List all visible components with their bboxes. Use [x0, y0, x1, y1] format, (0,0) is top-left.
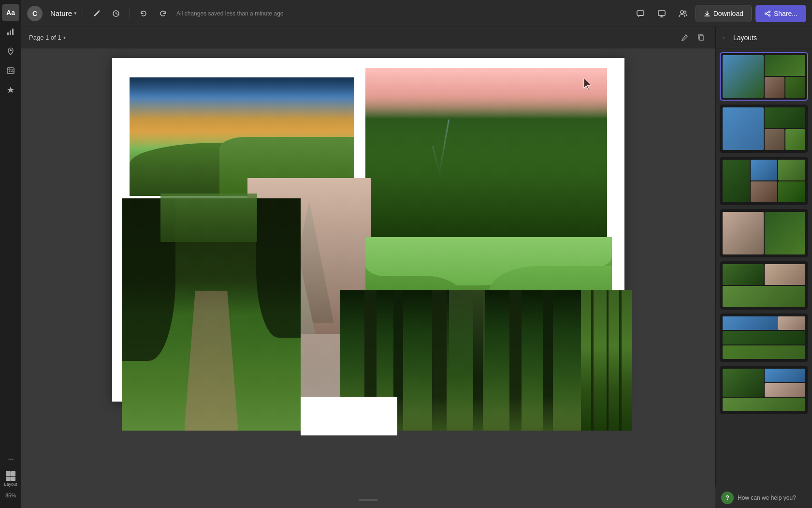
toolbar-divider-1	[83, 8, 83, 19]
svg-rect-8	[637, 11, 644, 15]
font-icon: Aa	[6, 9, 15, 16]
users-icon	[679, 9, 687, 18]
duplicate-icon	[697, 34, 705, 41]
layout-thumb-2[interactable]	[720, 105, 808, 153]
pencil-tool-button[interactable]	[89, 6, 104, 21]
main-area: C Nature ▾	[21, 0, 812, 508]
undo-button[interactable]	[136, 6, 151, 21]
share-icon	[764, 10, 771, 17]
sidebar-item-font[interactable]: Aa	[2, 4, 19, 21]
page-scroll-handle[interactable]	[359, 499, 378, 501]
layout-thumb-3[interactable]	[720, 157, 808, 205]
help-button[interactable]: ?	[721, 492, 734, 504]
left-sidebar: Aa ···	[0, 0, 21, 508]
app-logo[interactable]: C	[27, 6, 43, 21]
content-area: Page 1 of 1 ▾	[21, 27, 812, 508]
svg-rect-0	[7, 32, 9, 35]
toolbar-right: Download Share...	[632, 5, 806, 22]
layouts-panel-header: ← Layouts	[716, 27, 812, 48]
document-title[interactable]: Nature ▾	[50, 9, 77, 17]
comment-icon	[636, 9, 645, 18]
share-access-button[interactable]	[674, 5, 692, 22]
page-canvas	[112, 58, 624, 402]
page-chevron-icon: ▾	[63, 35, 66, 40]
svg-rect-2	[12, 29, 14, 35]
download-icon	[704, 10, 710, 17]
page-toolbar: Page 1 of 1 ▾	[21, 27, 715, 48]
photo-cliffside[interactable]	[160, 194, 257, 242]
sidebar-item-maps[interactable]	[2, 43, 19, 60]
redo-icon	[159, 10, 167, 17]
svg-rect-15	[699, 36, 704, 40]
canvas-area: Page 1 of 1 ▾	[21, 27, 715, 508]
svg-point-3	[10, 49, 12, 51]
sidebar-item-more[interactable]: ···	[2, 450, 19, 467]
edit-icon	[681, 34, 688, 41]
present-icon	[657, 9, 666, 18]
autosave-status: All changes saved less than a minute ago	[176, 10, 283, 17]
layout-button[interactable]: Layout	[2, 469, 19, 489]
help-bar: ? How can we help you?	[715, 487, 812, 508]
history-button[interactable]	[108, 6, 124, 21]
layout-icon	[6, 471, 15, 481]
panel-title: Layouts	[733, 34, 757, 42]
layouts-panel: ← Layouts	[715, 27, 812, 508]
redo-button[interactable]	[155, 6, 171, 21]
photo-trees-right[interactable]	[581, 290, 632, 431]
zoom-level: 85%	[3, 491, 18, 500]
page-bottom	[21, 493, 715, 508]
page-tools-right	[678, 31, 708, 45]
undo-icon	[140, 10, 147, 17]
svg-point-5	[9, 71, 11, 72]
duplicate-tool-button[interactable]	[694, 31, 708, 45]
sidebar-item-charts[interactable]	[2, 23, 19, 41]
more-icon: ···	[8, 454, 14, 464]
charts-icon	[6, 28, 15, 36]
share-button[interactable]: Share...	[755, 5, 806, 22]
download-button[interactable]: Download	[696, 5, 752, 22]
sidebar-item-elements[interactable]	[2, 81, 19, 99]
svg-rect-1	[10, 30, 11, 35]
svg-point-11	[683, 11, 686, 13]
toolbar-divider-2	[130, 8, 130, 19]
layouts-grid	[716, 48, 812, 508]
svg-rect-4	[7, 68, 14, 74]
svg-marker-6	[7, 87, 14, 93]
back-arrow-icon: ←	[722, 33, 729, 42]
present-button[interactable]	[653, 5, 670, 22]
photo-aerial[interactable]	[365, 68, 607, 237]
comment-button[interactable]	[632, 5, 649, 22]
help-text: How can we help you?	[738, 494, 796, 501]
media-icon	[6, 66, 15, 75]
layout-thumb-6[interactable]	[720, 314, 808, 362]
edit-tool-button[interactable]	[678, 31, 691, 45]
elements-icon	[6, 86, 15, 94]
canvas-scroll[interactable]	[21, 48, 715, 493]
back-button[interactable]: ←	[722, 33, 729, 42]
clock-icon	[112, 10, 120, 17]
maps-icon	[6, 47, 15, 56]
chevron-down-icon: ▾	[74, 10, 77, 16]
photo-gap-white	[301, 397, 397, 435]
layout-thumb-5[interactable]	[720, 261, 808, 310]
svg-point-10	[681, 11, 683, 14]
pencil-icon	[93, 10, 101, 17]
svg-rect-9	[658, 11, 665, 15]
layout-thumb-7[interactable]	[720, 366, 808, 414]
page-indicator[interactable]: Page 1 of 1 ▾	[29, 34, 66, 41]
layout-label: Layout	[4, 482, 17, 487]
layout-thumb-4[interactable]	[720, 209, 808, 257]
sidebar-item-media[interactable]	[2, 62, 19, 79]
layout-thumb-1[interactable]	[720, 52, 808, 101]
toolbar: C Nature ▾	[21, 0, 812, 27]
